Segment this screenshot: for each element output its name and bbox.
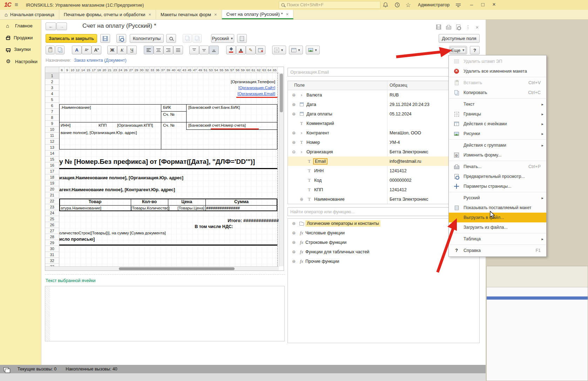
nav-forward-button[interactable]: → <box>56 22 67 30</box>
font-button[interactable]: A <box>72 46 82 54</box>
bold-button[interactable]: Ж <box>107 46 117 54</box>
font-larger-button[interactable]: A▴ <box>92 46 101 54</box>
cell-account-label[interactable]: Сч. № <box>163 112 175 116</box>
row-header[interactable]: 13 <box>45 145 59 151</box>
row-header[interactable]: 18 <box>45 174 59 180</box>
picture-dropdown[interactable]: ▼ <box>306 46 320 54</box>
row-header[interactable]: 3 <box>45 85 59 91</box>
column-header[interactable]: 32 <box>144 67 150 73</box>
menu-item-Текст[interactable]: Текст▸ <box>449 99 546 109</box>
column-header[interactable]: 58 <box>235 67 240 73</box>
favorites-star-icon[interactable]: ☆ <box>404 1 412 8</box>
row-header[interactable]: 24 <box>45 210 59 216</box>
menu-item-Копировать[interactable]: КопироватьCtrl+C <box>449 88 546 98</box>
row-header[interactable]: 29 <box>45 240 59 246</box>
font-smaller-button[interactable]: A▾ <box>82 46 92 54</box>
column-header[interactable]: 59 <box>240 67 245 73</box>
expand-icon[interactable]: ⊕ <box>290 249 298 254</box>
column-header[interactable]: 54 <box>214 67 219 73</box>
row-headers[interactable]: 1234567891011121314151617181920212223242… <box>45 73 59 266</box>
cells-dropdown[interactable]: ▼ <box>289 46 303 54</box>
expand-icon[interactable]: ⊕ <box>290 259 298 264</box>
sheet-horizontal-scrollbar[interactable] <box>45 266 279 270</box>
function-group-Прочие функции[interactable]: ⊕fxПрочие функции <box>288 256 479 266</box>
column-header[interactable]: 43 <box>182 67 187 73</box>
column-header[interactable]: 18 <box>96 67 102 73</box>
column-header[interactable]: 12 <box>75 67 81 73</box>
column-header[interactable]: 64 <box>267 67 272 73</box>
column-header[interactable]: 65 <box>272 67 278 73</box>
row-header[interactable]: 25 <box>45 216 59 222</box>
column-header[interactable]: 33 <box>150 67 155 73</box>
cell-org-full[interactable]: вание полное], [Организация.Юр. адрес] <box>61 131 137 135</box>
nav-back-button[interactable]: ← <box>46 22 56 30</box>
cell-bank-name[interactable]: .Наименование] <box>61 105 91 109</box>
row-header[interactable]: 20 <box>45 186 59 192</box>
column-header[interactable]: 21 <box>107 67 113 73</box>
align-left-button[interactable] <box>144 46 154 54</box>
purpose-link[interactable]: Заказ клиента (Документ) <box>74 58 127 63</box>
row-header[interactable]: 7 <box>45 109 59 115</box>
sheet-corner[interactable] <box>45 67 59 73</box>
column-header[interactable]: 45 <box>187 67 192 73</box>
tab-Печатные формы, отчеты и обработки[interactable]: Печатные формы, отчеты и обработки× <box>59 10 156 19</box>
column-header[interactable]: 27 <box>128 67 134 73</box>
column-header[interactable]: 62 <box>256 67 262 73</box>
cell-site[interactable]: [Организация.Сайт] <box>238 86 275 90</box>
row-header[interactable]: 22 <box>45 198 59 204</box>
row-header[interactable]: 12 <box>45 139 59 145</box>
close-tab-icon[interactable]: × <box>286 12 289 17</box>
row-header[interactable]: 5 <box>45 97 59 103</box>
tab-Счет на оплату (Русский) *[interactable]: Счет на оплату (Русский) *× <box>222 10 294 19</box>
find-button[interactable] <box>166 34 176 43</box>
close-tab-button[interactable]: × <box>473 24 481 30</box>
th-product[interactable]: Товар <box>59 199 131 204</box>
row-header[interactable]: 14 <box>45 151 59 156</box>
history-icon[interactable] <box>393 1 401 8</box>
text-color-button[interactable] <box>236 46 246 54</box>
column-header[interactable]: 56 <box>224 67 230 73</box>
th-sum[interactable]: Сумма <box>205 199 277 204</box>
kebab-menu-icon[interactable]: ⋮ <box>464 24 472 30</box>
column-header[interactable]: 20 <box>102 67 107 73</box>
row-header[interactable]: 4 <box>45 91 59 97</box>
row-header[interactable]: 19 <box>45 180 59 186</box>
print-preview-button[interactable] <box>116 34 126 43</box>
column-header[interactable]: 10 <box>70 67 75 73</box>
tr-sum[interactable]: ############### <box>206 206 277 210</box>
valign-middle-button[interactable] <box>199 46 209 54</box>
cell-customer[interactable]: агент.Наименование полное], [Контрагент.… <box>59 187 175 192</box>
language-select[interactable]: Русский▼ <box>211 34 234 43</box>
cell-kpp-value[interactable]: [Организация.КПП] <box>117 123 153 127</box>
cell-inn[interactable]: ИНН] <box>61 123 70 127</box>
column-header[interactable]: 29 <box>134 67 139 73</box>
expand-icon[interactable]: ⊕ <box>290 230 298 235</box>
align-right-button[interactable] <box>163 46 173 54</box>
column-header[interactable]: 30 <box>139 67 144 73</box>
row-header[interactable]: 10 <box>45 127 59 133</box>
column-header[interactable]: 14 <box>81 67 86 73</box>
copy-template-button[interactable] <box>183 34 192 43</box>
fill-color-button[interactable] <box>226 46 236 54</box>
column-header[interactable]: 42 <box>176 67 182 73</box>
row-header[interactable]: 6 <box>45 103 59 109</box>
tab-Начальная страница[interactable]: ⌂Начальная страница <box>0 10 59 19</box>
page-mode-button[interactable] <box>237 34 247 43</box>
sheet-vertical-scrollbar[interactable] <box>279 73 284 266</box>
expand-icon[interactable]: ⊕ <box>290 240 298 245</box>
underline-button[interactable]: Ч <box>127 46 137 54</box>
th-price[interactable]: Цена <box>168 199 205 204</box>
th-qty[interactable]: Кол-во <box>131 199 168 204</box>
column-header[interactable]: 55 <box>219 67 224 73</box>
row-header[interactable]: 27 <box>45 228 59 234</box>
cell-supplier[interactable]: изация.Наименование полное], [Организаци… <box>59 175 183 180</box>
expand-icon[interactable]: ⊕ <box>290 140 298 145</box>
row-header[interactable]: 33 <box>45 264 59 266</box>
copy-button[interactable] <box>55 46 65 54</box>
selected-cell-text-area[interactable] <box>45 286 285 341</box>
cell-bik-label[interactable]: БИК <box>163 105 171 109</box>
menu-item-Печать...[interactable]: Печать...Ctrl+P <box>449 162 546 172</box>
column-header[interactable]: 53 <box>208 67 214 73</box>
menu-item-Параметры страницы...[interactable]: Параметры страницы... <box>449 181 546 191</box>
cell-vat[interactable]: В том числе НДС: <box>195 224 233 229</box>
